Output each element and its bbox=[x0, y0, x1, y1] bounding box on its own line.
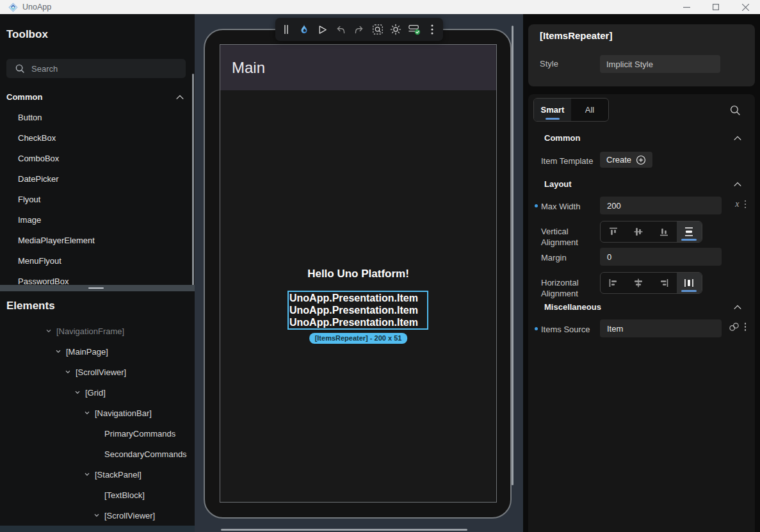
nav-title: Main bbox=[232, 59, 265, 77]
design-canvas[interactable]: Main Hello Uno Platform! UnoApp.Presenta… bbox=[195, 14, 523, 532]
chevron-up-icon[interactable] bbox=[175, 94, 184, 101]
margin-label: Margin bbox=[541, 252, 596, 263]
inspect-element-icon[interactable] bbox=[370, 22, 385, 37]
chevron-up-icon[interactable] bbox=[733, 181, 742, 188]
halign-right-icon bbox=[658, 277, 670, 289]
plus-circle-icon bbox=[636, 155, 646, 165]
more-options-icon[interactable] bbox=[745, 200, 747, 209]
valign-stretch-button[interactable] bbox=[677, 222, 702, 242]
valign-top-button[interactable] bbox=[601, 222, 626, 242]
toolbox-search[interactable] bbox=[6, 59, 186, 78]
search-icon[interactable] bbox=[730, 105, 741, 116]
chevron-down-icon[interactable] bbox=[54, 348, 66, 355]
panel-splitter[interactable] bbox=[0, 285, 195, 291]
chevron-down-icon[interactable] bbox=[83, 409, 95, 417]
toolbox-item-mediaplayerelement[interactable]: MediaPlayerElement bbox=[0, 230, 195, 251]
style-label: Style bbox=[540, 59, 558, 69]
toolbox-item-list: Button CheckBox ComboBox DatePicker Flyo… bbox=[0, 108, 195, 292]
redo-button[interactable] bbox=[352, 22, 367, 37]
chevron-up-icon[interactable] bbox=[733, 135, 742, 141]
tree-item-textblock[interactable]: [TextBlock] bbox=[0, 485, 195, 505]
valign-bottom-icon bbox=[658, 226, 670, 238]
tree-item-navigationframe[interactable]: [NavigationFrame] bbox=[0, 321, 195, 341]
canvas-horizontal-scrollbar[interactable] bbox=[221, 529, 467, 531]
items-source-input[interactable] bbox=[600, 319, 722, 337]
vertical-alignment-label: Vertical Alignment bbox=[541, 226, 596, 248]
chevron-down-icon[interactable] bbox=[83, 471, 95, 478]
halign-stretch-button[interactable] bbox=[677, 273, 702, 293]
tree-item-itemsrepeater[interactable]: [ItemsRepeater] bbox=[0, 526, 195, 532]
valign-stretch-icon bbox=[683, 226, 695, 238]
toolbox-item-menuflyout[interactable]: MenuFlyout bbox=[0, 251, 195, 271]
style-input[interactable] bbox=[600, 55, 720, 73]
tree-item-scrollviewer[interactable]: [ScrollViewer] bbox=[0, 362, 195, 382]
hello-text[interactable]: Hello Uno Platform! bbox=[220, 268, 496, 280]
toolbox-item-checkbox[interactable]: CheckBox bbox=[0, 128, 195, 149]
tab-smart[interactable]: Smart bbox=[534, 99, 571, 121]
itemsrepeater-selection[interactable]: UnoApp.Presentation.Item UnoApp.Presenta… bbox=[287, 291, 428, 330]
valign-bottom-button[interactable] bbox=[651, 222, 677, 242]
selection-size-badge: [ItemsRepeater] - 200 x 51 bbox=[309, 333, 408, 344]
toolbox-item-flyout[interactable]: Flyout bbox=[0, 189, 195, 210]
device-screen[interactable]: Main Hello Uno Platform! UnoApp.Presenta… bbox=[220, 44, 497, 503]
properties-card: Smart All Common Item Template Create bbox=[528, 94, 755, 532]
section-layout[interactable]: Layout bbox=[544, 179, 742, 189]
more-menu-icon[interactable] bbox=[424, 22, 440, 37]
toolbox-item-datepicker[interactable]: DatePicker bbox=[0, 169, 195, 189]
undo-button[interactable] bbox=[333, 22, 348, 37]
expression-icon[interactable]: x bbox=[735, 199, 739, 209]
chevron-down-icon[interactable] bbox=[93, 512, 104, 519]
properties-panel: [ItemsRepeater] Style Smart All Common bbox=[523, 14, 760, 532]
tree-item-primarycommands[interactable]: PrimaryCommands bbox=[0, 423, 195, 444]
play-button[interactable] bbox=[315, 22, 330, 37]
toolbox-item-image[interactable]: Image bbox=[0, 210, 195, 230]
modified-indicator-dot bbox=[535, 327, 538, 330]
window-title: UnoApp bbox=[22, 3, 51, 12]
tree-item-scrollviewer-inner[interactable]: [ScrollViewer] bbox=[0, 505, 195, 526]
chevron-down-icon[interactable] bbox=[64, 368, 76, 376]
halign-right-button[interactable] bbox=[651, 273, 677, 293]
valign-center-button[interactable] bbox=[626, 222, 652, 242]
tab-all[interactable]: All bbox=[571, 99, 608, 121]
toolbox-item-button[interactable]: Button bbox=[0, 108, 195, 128]
toolbox-item-combobox[interactable]: ComboBox bbox=[0, 149, 195, 169]
device-status-connected-icon[interactable] bbox=[407, 22, 422, 37]
toolbox-section-common[interactable]: Common bbox=[6, 92, 184, 102]
toolbox-title: Toolbox bbox=[6, 28, 48, 41]
halign-left-button[interactable] bbox=[601, 273, 626, 293]
selected-indicator bbox=[681, 239, 697, 241]
modified-indicator-dot bbox=[535, 204, 538, 207]
splitter-grip-icon bbox=[88, 287, 104, 289]
halign-center-button[interactable] bbox=[626, 273, 652, 293]
repeater-item[interactable]: UnoApp.Presentation.Item bbox=[289, 316, 427, 328]
tree-item-stackpanel[interactable]: [StackPanel] bbox=[0, 464, 195, 485]
max-width-input[interactable] bbox=[600, 197, 722, 214]
max-width-label: Max Width bbox=[541, 201, 596, 212]
section-miscellaneous[interactable]: Miscellaneous bbox=[544, 302, 742, 312]
maximize-button[interactable] bbox=[701, 0, 731, 14]
close-button[interactable] bbox=[731, 0, 760, 14]
repeater-item[interactable]: UnoApp.Presentation.Item bbox=[289, 304, 427, 316]
drag-handle-icon[interactable] bbox=[279, 22, 294, 37]
tree-item-secondarycommands[interactable]: SecondaryCommands bbox=[0, 444, 195, 464]
section-common[interactable]: Common bbox=[544, 133, 742, 143]
binding-link-icon[interactable] bbox=[729, 322, 740, 332]
tab-indicator bbox=[546, 118, 560, 120]
app-nav-bar[interactable]: Main bbox=[220, 45, 496, 90]
tree-item-grid[interactable]: [Grid] bbox=[0, 382, 195, 403]
theme-toggle-icon[interactable] bbox=[388, 22, 403, 37]
canvas-vertical-scrollbar[interactable] bbox=[512, 26, 513, 485]
margin-input[interactable] bbox=[600, 248, 722, 266]
create-template-button[interactable]: Create bbox=[600, 152, 652, 168]
toolbox-scrollbar[interactable] bbox=[192, 74, 194, 286]
tree-item-navigationbar[interactable]: [NavigationBar] bbox=[0, 403, 195, 423]
more-options-icon[interactable] bbox=[745, 323, 747, 331]
chevron-down-icon[interactable] bbox=[74, 389, 85, 396]
hot-reload-flame-icon[interactable] bbox=[296, 22, 312, 37]
tree-item-mainpage[interactable]: [MainPage] bbox=[0, 341, 195, 362]
toolbox-search-input[interactable] bbox=[31, 64, 159, 74]
minimize-button[interactable] bbox=[672, 0, 701, 14]
chevron-down-icon[interactable] bbox=[45, 327, 56, 335]
chevron-up-icon[interactable] bbox=[733, 304, 742, 310]
repeater-item[interactable]: UnoApp.Presentation.Item bbox=[289, 292, 427, 304]
